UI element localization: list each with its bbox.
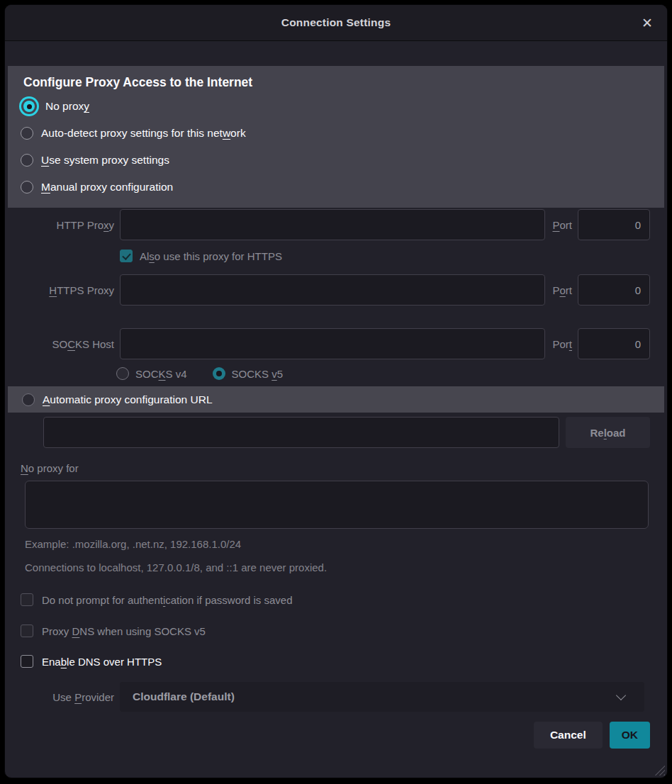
share-proxy-row: Also use this proxy for HTTPS	[120, 250, 667, 262]
https-port-input	[578, 274, 650, 306]
https-port-label: Port	[552, 284, 572, 296]
no-prompt-auth-label: Do not prompt for authentication if pass…	[42, 594, 293, 606]
socks-host-input	[120, 328, 545, 359]
cancel-button[interactable]: Cancel	[534, 722, 603, 749]
radio-row-no-proxy[interactable]: No proxy	[21, 93, 651, 120]
http-port-input	[578, 209, 650, 240]
proxy-dns-label: Proxy DNS when using SOCKS v5	[42, 625, 206, 637]
radio-row-system-proxy[interactable]: Use system proxy settings	[21, 147, 651, 174]
no-proxy-for-label: No proxy for	[21, 462, 667, 474]
doh-row[interactable]: Enable DNS over HTTPS	[21, 655, 667, 668]
doh-provider-value: Cloudflare (Default)	[133, 690, 235, 703]
doh-provider-select: Cloudflare (Default)	[120, 682, 644, 712]
radio-socks-v4	[116, 367, 129, 380]
socks-host-row: SOCKS Host Port	[5, 328, 667, 359]
use-provider-label: Use Provider	[21, 691, 114, 703]
dialog-titlebar: Connection Settings ✕	[5, 5, 667, 41]
doh-provider-row: Use Provider Cloudflare (Default)	[21, 682, 644, 712]
radio-row-socks-v4: SOCKS v4	[116, 367, 187, 380]
no-proxy-example-text: Example: .mozilla.org, .net.nz, 192.168.…	[25, 538, 667, 550]
resize-grip[interactable]	[653, 763, 665, 775]
radio-row-manual-proxy[interactable]: Manual proxy configuration	[21, 174, 651, 201]
proxy-dns-row: Proxy DNS when using SOCKS v5	[21, 625, 667, 637]
checkbox-no-prompt-auth	[21, 593, 33, 606]
connection-settings-dialog: Connection Settings ✕ Configure Proxy Ac…	[4, 4, 668, 778]
share-proxy-label: Also use this proxy for HTTPS	[140, 250, 282, 262]
autoconfig-url-input	[43, 417, 559, 448]
close-icon[interactable]: ✕	[637, 13, 657, 33]
radio-no-proxy-label: No proxy	[45, 100, 89, 113]
https-proxy-input	[120, 274, 545, 306]
autoconfig-label: Automatic proxy configuration URL	[43, 393, 213, 406]
https-proxy-row: HTTPS Proxy Port	[5, 274, 667, 306]
socks-v4-label: SOCKS v4	[135, 368, 187, 380]
radio-autoconfig[interactable]	[22, 393, 35, 406]
dialog-button-row: Cancel OK	[5, 722, 650, 749]
radio-manual-proxy[interactable]	[21, 181, 33, 194]
socks-v5-label: SOCKS v5	[232, 368, 284, 380]
socks-port-label: Port	[552, 338, 572, 350]
ok-button[interactable]: OK	[610, 722, 650, 749]
socks-version-row: SOCKS v4 SOCKS v5	[116, 367, 667, 380]
http-proxy-row: HTTP Proxy Port	[5, 209, 667, 240]
radio-no-proxy[interactable]	[23, 101, 35, 112]
socks-port-input	[578, 328, 650, 359]
dialog-title: Connection Settings	[281, 16, 391, 29]
radio-manual-proxy-label: Manual proxy configuration	[41, 181, 173, 194]
enable-doh-label: Enable DNS over HTTPS	[42, 656, 162, 668]
radio-row-auto-detect[interactable]: Auto-detect proxy settings for this netw…	[21, 120, 651, 147]
radio-system-proxy-label: Use system proxy settings	[41, 154, 169, 167]
no-prompt-row: Do not prompt for authentication if pass…	[21, 593, 667, 606]
autoconfig-url-row: Reload	[43, 417, 650, 448]
section-heading: Configure Proxy Access to the Internet	[23, 75, 651, 90]
http-proxy-input	[120, 209, 545, 240]
radio-auto-detect-label: Auto-detect proxy settings for this netw…	[41, 127, 246, 140]
socks-host-label: SOCKS Host	[21, 338, 114, 350]
http-port-label: Port	[552, 219, 572, 231]
radio-auto-detect[interactable]	[21, 127, 33, 140]
radio-system-proxy[interactable]	[21, 154, 33, 167]
no-proxy-for-textarea	[25, 481, 649, 529]
https-proxy-label: HTTPS Proxy	[21, 284, 114, 296]
reload-button: Reload	[566, 417, 650, 448]
checkbox-share-proxy	[120, 250, 133, 262]
http-proxy-label: HTTP Proxy	[21, 219, 114, 231]
chevron-down-icon	[616, 690, 626, 700]
radio-socks-v5	[213, 367, 225, 380]
radio-row-socks-v5: SOCKS v5	[213, 367, 284, 380]
radio-row-autoconfig[interactable]: Automatic proxy configuration URL	[8, 386, 664, 413]
proxy-mode-panel: Configure Proxy Access to the Internet N…	[8, 66, 664, 208]
checkbox-proxy-dns	[21, 625, 33, 637]
localhost-note-text: Connections to localhost, 127.0.0.1/8, a…	[25, 561, 667, 573]
checkbox-enable-doh[interactable]	[21, 655, 33, 668]
